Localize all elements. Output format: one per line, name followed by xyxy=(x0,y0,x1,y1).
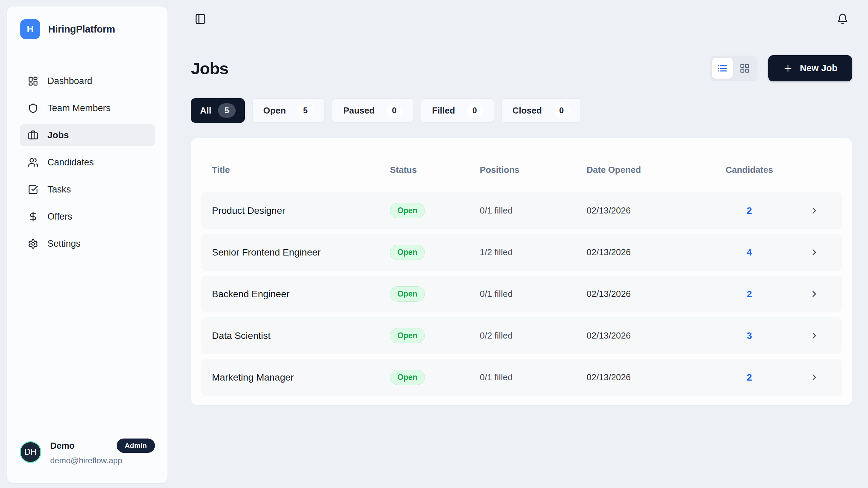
app-logo: H xyxy=(20,19,40,39)
sidebar-item-label: Candidates xyxy=(47,157,94,168)
jobs-table-card: Title Status Positions Date Opened Candi… xyxy=(191,138,852,405)
filter-tab-label: Closed xyxy=(513,105,542,116)
grid-view-button[interactable] xyxy=(734,58,755,79)
new-job-label: New Job xyxy=(800,63,837,74)
sidebar-nav: Dashboard Team Members Jobs Candidates T… xyxy=(20,70,155,255)
sidebar-item-label: Offers xyxy=(47,211,72,222)
filter-tab-label: Filled xyxy=(432,105,455,116)
filter-tab-paused[interactable]: Paused 0 xyxy=(332,98,413,123)
notifications-button[interactable] xyxy=(837,12,850,26)
user-email: demo@hireflow.app xyxy=(50,456,155,465)
sidebar-item-jobs[interactable]: Jobs xyxy=(20,124,155,146)
briefcase-icon xyxy=(28,130,38,141)
panel-left-icon xyxy=(195,13,208,25)
job-date-opened: 02/13/2026 xyxy=(583,205,712,216)
list-view-button[interactable] xyxy=(712,58,733,79)
column-header-date-opened: Date Opened xyxy=(583,165,712,175)
status-badge: Open xyxy=(390,370,425,385)
table-row[interactable]: Product Designer Open 0/1 filled 02/13/2… xyxy=(201,192,842,229)
shield-icon xyxy=(28,103,38,114)
chevron-right-icon[interactable] xyxy=(809,206,819,216)
sidebar-item-label: Jobs xyxy=(47,130,69,141)
page-title: Jobs xyxy=(191,59,228,78)
app-logo-letter: H xyxy=(27,24,34,35)
chevron-right-icon[interactable] xyxy=(809,247,819,257)
column-header-status: Status xyxy=(383,165,475,175)
avatar-initials: DH xyxy=(24,447,37,457)
avatar: DH xyxy=(20,441,41,463)
main-area: Jobs xyxy=(175,0,868,488)
user-meta: Demo Admin demo@hireflow.app xyxy=(50,439,155,465)
gear-icon xyxy=(28,239,38,249)
job-candidates-count[interactable]: 2 xyxy=(712,372,787,383)
topbar xyxy=(175,0,868,38)
job-title: Product Designer xyxy=(201,205,383,216)
job-title: Data Scientist xyxy=(201,330,383,341)
users-icon xyxy=(28,157,38,168)
sidebar: H HiringPlatform Dashboard Team Members … xyxy=(7,6,168,483)
new-job-button[interactable]: New Job xyxy=(768,55,852,81)
filter-tab-count: 0 xyxy=(553,103,569,118)
job-positions: 0/2 filled xyxy=(475,330,583,341)
dollar-icon xyxy=(28,211,38,222)
status-badge: Open xyxy=(390,328,425,343)
dashboard-icon xyxy=(28,76,38,86)
sidebar-item-candidates[interactable]: Candidates xyxy=(20,151,155,173)
job-title: Backend Engineer xyxy=(201,289,383,300)
table-row[interactable]: Marketing Manager Open 0/1 filled 02/13/… xyxy=(201,359,842,396)
content: Jobs xyxy=(175,55,868,405)
sidebar-item-label: Tasks xyxy=(47,184,71,195)
status-badge: Open xyxy=(390,245,425,260)
job-positions: 1/2 filled xyxy=(475,247,583,258)
sidebar-item-tasks[interactable]: Tasks xyxy=(20,179,155,200)
list-icon xyxy=(717,63,728,74)
status-badge: Open xyxy=(390,203,425,218)
status-badge: Open xyxy=(390,286,425,302)
filter-tab-filled[interactable]: Filled 0 xyxy=(421,98,494,123)
table-row[interactable]: Data Scientist Open 0/2 filled 02/13/202… xyxy=(201,317,842,354)
sidebar-item-offers[interactable]: Offers xyxy=(20,206,155,227)
view-toggle xyxy=(710,56,757,81)
user-box[interactable]: DH Demo Admin demo@hireflow.app xyxy=(20,439,155,465)
sidebar-item-team-members[interactable]: Team Members xyxy=(20,97,155,119)
column-header-candidates: Candidates xyxy=(712,165,787,175)
chevron-right-icon[interactable] xyxy=(809,289,819,299)
role-badge: Admin xyxy=(117,439,155,453)
filter-tab-count: 5 xyxy=(218,103,235,118)
filter-tab-closed[interactable]: Closed 0 xyxy=(501,98,581,123)
table-body: Product Designer Open 0/1 filled 02/13/2… xyxy=(201,192,842,396)
grid-icon xyxy=(739,63,750,74)
chevron-right-icon[interactable] xyxy=(809,331,819,341)
job-candidates-count[interactable]: 2 xyxy=(712,289,787,300)
table-row[interactable]: Backend Engineer Open 0/1 filled 02/13/2… xyxy=(201,276,842,312)
job-date-opened: 02/13/2026 xyxy=(583,247,712,258)
sidebar-item-label: Team Members xyxy=(47,103,111,114)
bell-icon xyxy=(837,13,850,25)
plus-icon xyxy=(783,63,793,74)
user-name: Demo xyxy=(50,441,75,451)
filter-tab-open[interactable]: Open 5 xyxy=(252,98,325,123)
column-header-title: Title xyxy=(201,165,383,175)
sidebar-item-dashboard[interactable]: Dashboard xyxy=(20,70,155,92)
table-row[interactable]: Senior Frontend Engineer Open 1/2 filled… xyxy=(201,234,842,271)
filter-tab-count: 0 xyxy=(386,103,402,118)
filter-tab-all[interactable]: All 5 xyxy=(191,98,245,123)
job-candidates-count[interactable]: 4 xyxy=(712,247,787,258)
job-title: Marketing Manager xyxy=(201,372,383,383)
check-square-icon xyxy=(28,184,38,195)
sidebar-toggle-button[interactable] xyxy=(195,12,208,26)
job-positions: 0/1 filled xyxy=(475,205,583,216)
filter-tab-count: 5 xyxy=(297,103,313,118)
filter-tab-label: Open xyxy=(263,105,286,116)
job-date-opened: 02/13/2026 xyxy=(583,372,712,383)
chevron-right-icon[interactable] xyxy=(809,372,819,382)
job-candidates-count[interactable]: 2 xyxy=(712,205,787,216)
job-date-opened: 02/13/2026 xyxy=(583,289,712,299)
sidebar-item-label: Settings xyxy=(47,239,81,249)
app-name: HiringPlatform xyxy=(48,24,115,35)
sidebar-item-label: Dashboard xyxy=(47,76,92,86)
job-positions: 0/1 filled xyxy=(475,289,583,299)
job-positions: 0/1 filled xyxy=(475,372,583,383)
sidebar-item-settings[interactable]: Settings xyxy=(20,233,155,255)
job-candidates-count[interactable]: 3 xyxy=(712,330,787,341)
